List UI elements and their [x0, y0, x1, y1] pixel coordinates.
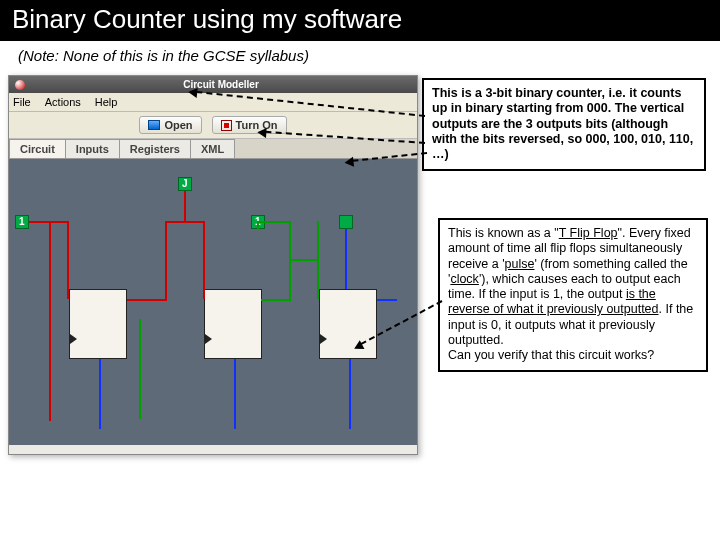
output-terminal-3	[339, 215, 353, 229]
wire	[67, 221, 69, 299]
wire	[349, 359, 351, 429]
wire	[139, 319, 141, 419]
wire	[49, 221, 51, 421]
tab-inputs[interactable]: Inputs	[65, 139, 120, 158]
wire	[289, 259, 319, 261]
window-titlebar: Circuit Modeller	[9, 76, 417, 93]
power-icon	[221, 120, 232, 131]
wire	[289, 221, 291, 301]
slide-title: Binary Counter using my software	[0, 0, 720, 41]
wire	[377, 299, 397, 301]
wire	[345, 229, 347, 289]
callout-top-text: This is a 3-bit binary counter, i.e. it …	[432, 86, 693, 161]
open-label: Open	[164, 119, 192, 131]
wire	[184, 191, 186, 221]
tab-circuit[interactable]: Circuit	[9, 139, 66, 158]
open-button[interactable]: Open	[139, 116, 201, 134]
terminal-label-j: J	[182, 178, 188, 189]
callout-bottom-text: This is known as a "T Flip Flop". Every …	[448, 226, 693, 347]
window-title: Circuit Modeller	[31, 79, 411, 90]
wire	[261, 299, 291, 301]
toolbar: Open Turn On	[9, 112, 417, 139]
tabstrip: Circuit Inputs Registers XML	[9, 139, 417, 159]
wire	[99, 359, 101, 429]
flip-flop-3	[319, 289, 377, 359]
circuit-canvas[interactable]: J 1 1	[9, 159, 417, 445]
tab-registers[interactable]: Registers	[119, 139, 191, 158]
wire	[127, 299, 167, 301]
tab-xml[interactable]: XML	[190, 139, 235, 158]
wire	[203, 221, 205, 299]
wire	[165, 221, 167, 301]
wire	[234, 359, 236, 429]
wire	[165, 221, 205, 223]
callout-bottom-question: Can you verify that this circuit works?	[448, 348, 654, 362]
callout-top: This is a 3-bit binary counter, i.e. it …	[422, 78, 706, 171]
open-icon	[148, 120, 160, 130]
terminal-label-1a: 1	[19, 216, 25, 227]
menu-file[interactable]: File	[13, 96, 31, 108]
wire	[257, 221, 259, 229]
menu-help[interactable]: Help	[95, 96, 118, 108]
flip-flop-1	[69, 289, 127, 359]
circuit-modeller-window: Circuit Modeller File Actions Help Open …	[8, 75, 418, 455]
menu-actions[interactable]: Actions	[45, 96, 81, 108]
slide-subtitle: (Note: None of this is in the GCSE sylla…	[0, 41, 720, 68]
callout-bottom: This is known as a "T Flip Flop". Every …	[438, 218, 708, 372]
app-icon	[15, 80, 25, 90]
wire	[257, 221, 291, 223]
flip-flop-2	[204, 289, 262, 359]
